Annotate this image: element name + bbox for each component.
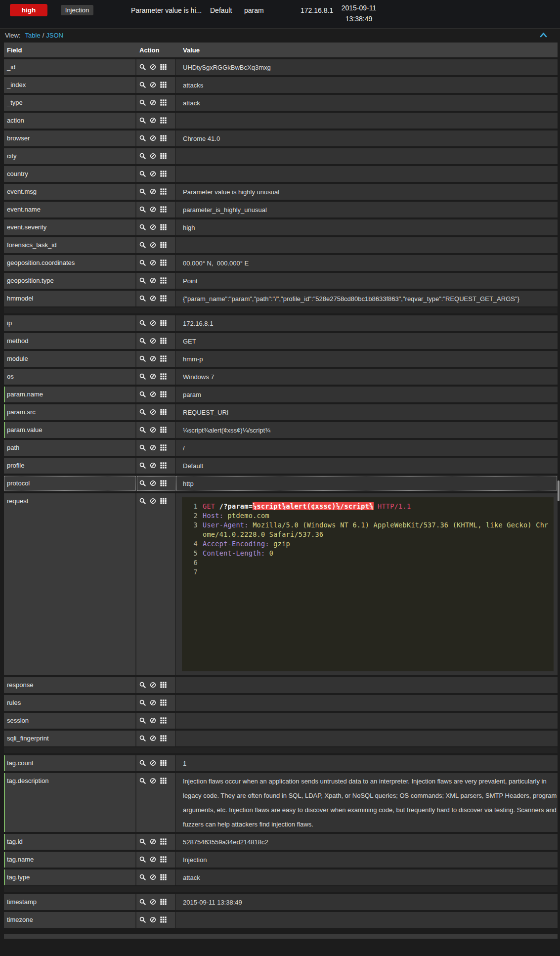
collapse-chevron-icon[interactable] <box>540 32 547 38</box>
toggle-column-icon[interactable] <box>160 64 167 70</box>
filter-for-value-icon[interactable] <box>139 64 146 70</box>
filter-for-value-icon[interactable] <box>139 899 146 905</box>
filter-for-value-icon[interactable] <box>139 277 146 284</box>
filter-for-value-icon[interactable] <box>139 778 146 784</box>
toggle-column-icon[interactable] <box>160 171 167 177</box>
toggle-column-icon[interactable] <box>160 874 167 880</box>
toggle-column-icon[interactable] <box>160 295 167 302</box>
filter-out-value-icon[interactable] <box>150 682 156 688</box>
filter-for-value-icon[interactable] <box>139 856 146 863</box>
filter-out-value-icon[interactable] <box>150 135 156 141</box>
filter-out-value-icon[interactable] <box>150 242 156 248</box>
filter-out-value-icon[interactable] <box>150 498 156 504</box>
scrollbar-thumb[interactable] <box>558 480 560 501</box>
toggle-column-icon[interactable] <box>160 409 167 415</box>
filter-for-value-icon[interactable] <box>139 717 146 724</box>
filter-out-value-icon[interactable] <box>150 153 156 159</box>
toggle-column-icon[interactable] <box>160 778 167 784</box>
filter-for-value-icon[interactable] <box>139 171 146 177</box>
toggle-column-icon[interactable] <box>160 338 167 344</box>
toggle-column-icon[interactable] <box>160 224 167 230</box>
filter-for-value-icon[interactable] <box>139 480 146 486</box>
toggle-column-icon[interactable] <box>160 735 167 741</box>
toggle-column-icon[interactable] <box>160 242 167 248</box>
toggle-column-icon[interactable] <box>160 320 167 326</box>
filter-for-value-icon[interactable] <box>139 338 146 344</box>
toggle-column-icon[interactable] <box>160 444 167 451</box>
toggle-column-icon[interactable] <box>160 699 167 706</box>
filter-for-value-icon[interactable] <box>139 224 146 230</box>
filter-for-value-icon[interactable] <box>139 735 146 741</box>
toggle-column-icon[interactable] <box>160 760 167 766</box>
filter-out-value-icon[interactable] <box>150 82 156 88</box>
filter-for-value-icon[interactable] <box>139 242 146 248</box>
filter-for-value-icon[interactable] <box>139 699 146 706</box>
filter-out-value-icon[interactable] <box>150 64 156 70</box>
filter-out-value-icon[interactable] <box>150 916 156 923</box>
toggle-column-icon[interactable] <box>160 480 167 486</box>
toggle-column-icon[interactable] <box>160 82 167 88</box>
filter-out-value-icon[interactable] <box>150 338 156 344</box>
toggle-column-icon[interactable] <box>160 188 167 195</box>
filter-for-value-icon[interactable] <box>139 444 146 451</box>
filter-out-value-icon[interactable] <box>150 295 156 302</box>
filter-for-value-icon[interactable] <box>139 838 146 845</box>
filter-for-value-icon[interactable] <box>139 916 146 923</box>
filter-out-value-icon[interactable] <box>150 409 156 415</box>
filter-for-value-icon[interactable] <box>139 373 146 380</box>
filter-for-value-icon[interactable] <box>139 153 146 159</box>
filter-for-value-icon[interactable] <box>139 427 146 433</box>
view-json-link[interactable]: JSON <box>46 32 63 39</box>
toggle-column-icon[interactable] <box>160 391 167 397</box>
filter-out-value-icon[interactable] <box>150 444 156 451</box>
filter-out-value-icon[interactable] <box>150 838 156 845</box>
filter-for-value-icon[interactable] <box>139 498 146 504</box>
filter-out-value-icon[interactable] <box>150 355 156 362</box>
toggle-column-icon[interactable] <box>160 260 167 266</box>
toggle-column-icon[interactable] <box>160 856 167 863</box>
filter-out-value-icon[interactable] <box>150 699 156 706</box>
filter-out-value-icon[interactable] <box>150 778 156 784</box>
filter-for-value-icon[interactable] <box>139 409 146 415</box>
filter-out-value-icon[interactable] <box>150 856 156 863</box>
filter-for-value-icon[interactable] <box>139 355 146 362</box>
filter-out-value-icon[interactable] <box>150 260 156 266</box>
filter-out-value-icon[interactable] <box>150 760 156 766</box>
filter-for-value-icon[interactable] <box>139 462 146 469</box>
filter-out-value-icon[interactable] <box>150 899 156 905</box>
toggle-column-icon[interactable] <box>160 462 167 469</box>
filter-out-value-icon[interactable] <box>150 224 156 230</box>
toggle-column-icon[interactable] <box>160 206 167 213</box>
filter-out-value-icon[interactable] <box>150 99 156 106</box>
toggle-column-icon[interactable] <box>160 899 167 905</box>
filter-out-value-icon[interactable] <box>150 373 156 380</box>
filter-for-value-icon[interactable] <box>139 82 146 88</box>
filter-for-value-icon[interactable] <box>139 760 146 766</box>
filter-out-value-icon[interactable] <box>150 277 156 284</box>
filter-for-value-icon[interactable] <box>139 391 146 397</box>
filter-out-value-icon[interactable] <box>150 717 156 724</box>
toggle-column-icon[interactable] <box>160 277 167 284</box>
toggle-column-icon[interactable] <box>160 682 167 688</box>
filter-for-value-icon[interactable] <box>139 260 146 266</box>
filter-for-value-icon[interactable] <box>139 99 146 106</box>
toggle-column-icon[interactable] <box>160 99 167 106</box>
filter-for-value-icon[interactable] <box>139 188 146 195</box>
toggle-column-icon[interactable] <box>160 373 167 380</box>
toggle-column-icon[interactable] <box>160 427 167 433</box>
filter-for-value-icon[interactable] <box>139 117 146 124</box>
filter-out-value-icon[interactable] <box>150 171 156 177</box>
filter-for-value-icon[interactable] <box>139 206 146 213</box>
filter-out-value-icon[interactable] <box>150 874 156 880</box>
toggle-column-icon[interactable] <box>160 916 167 923</box>
filter-out-value-icon[interactable] <box>150 427 156 433</box>
filter-out-value-icon[interactable] <box>150 462 156 469</box>
toggle-column-icon[interactable] <box>160 838 167 845</box>
filter-out-value-icon[interactable] <box>150 391 156 397</box>
filter-for-value-icon[interactable] <box>139 135 146 141</box>
filter-out-value-icon[interactable] <box>150 320 156 326</box>
toggle-column-icon[interactable] <box>160 135 167 141</box>
toggle-column-icon[interactable] <box>160 355 167 362</box>
toggle-column-icon[interactable] <box>160 717 167 724</box>
toggle-column-icon[interactable] <box>160 153 167 159</box>
